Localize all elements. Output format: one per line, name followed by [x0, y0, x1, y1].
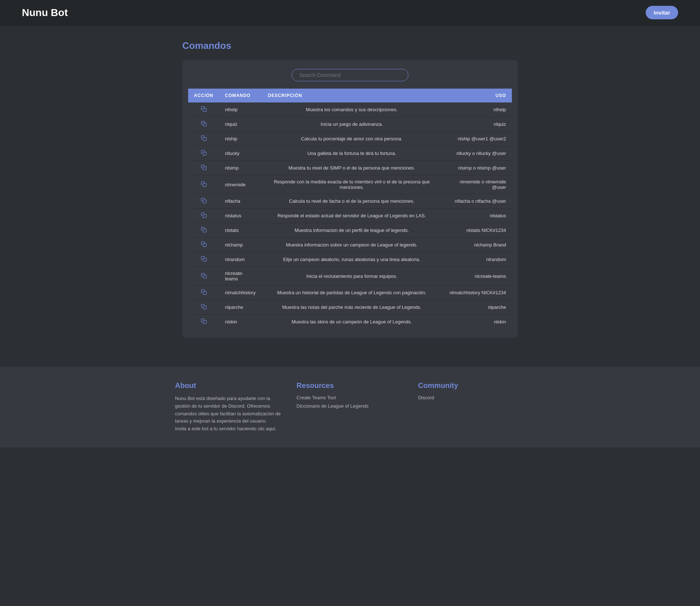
command-cell: nlstatus	[219, 209, 262, 223]
uso-cell: nlhelp	[442, 102, 512, 117]
copy-icon[interactable]	[201, 150, 207, 156]
main-content: Comandos ACCIÓN COMANDO DESCRIPCIÓN USO …	[175, 26, 525, 352]
action-cell	[188, 315, 219, 329]
description-cell: Calcula tu nivel de facha o el de la per…	[262, 194, 442, 209]
copy-icon[interactable]	[201, 181, 207, 187]
action-cell	[188, 267, 219, 285]
copy-icon[interactable]	[201, 273, 207, 279]
description-cell: Inicia un juego de adivinanza.	[262, 117, 442, 132]
uso-cell: nlstats NICK#1234	[442, 223, 512, 238]
uso-cell: nlparche	[442, 300, 512, 315]
col-accion: ACCIÓN	[188, 89, 219, 102]
description-cell: Muestra los comandos y sus descripciones…	[262, 102, 442, 117]
description-cell: Una galleta de la fortuna te dirá tu for…	[262, 146, 442, 161]
table-row: nlshipCalcula tu porcentaje de amor con …	[188, 132, 512, 146]
copy-icon[interactable]	[201, 304, 207, 310]
uso-cell: nlquiz	[442, 117, 512, 132]
action-cell	[188, 161, 219, 175]
copy-icon[interactable]	[201, 289, 207, 295]
search-input[interactable]	[292, 69, 408, 81]
command-cell: nlquiz	[219, 117, 262, 132]
header: Nunu Bot Invitar	[0, 0, 700, 26]
footer-resources: Resources Create Teams ToolDiccionario d…	[296, 381, 403, 433]
uso-cell: nlskin	[442, 315, 512, 329]
table-row: nlfachaCalcula tu nivel de facha o el de…	[188, 194, 512, 209]
action-cell	[188, 102, 219, 117]
svg-rect-0	[203, 108, 206, 112]
footer-resource-link[interactable]: Diccionario de League of Legends	[296, 403, 403, 409]
svg-rect-8	[203, 229, 206, 232]
table-row: nlstatsMuestra informacion de un perfil …	[188, 223, 512, 238]
footer-community: Community Discord	[418, 381, 525, 433]
action-cell	[188, 252, 219, 267]
command-cell: nlskin	[219, 315, 262, 329]
table-row: nlcreate-teamsInicia el reclutamiento pa…	[188, 267, 512, 285]
command-cell: nlparche	[219, 300, 262, 315]
table-row: nlparcheMuestra las notas del parche más…	[188, 300, 512, 315]
command-cell: nlchamp	[219, 238, 262, 252]
svg-rect-12	[203, 291, 206, 295]
action-cell	[188, 238, 219, 252]
copy-icon[interactable]	[201, 106, 207, 112]
footer-about: About Nunu Bot está diseñado para ayudar…	[175, 381, 282, 433]
footer-resources-title: Resources	[296, 381, 403, 390]
command-cell: nlfacha	[219, 194, 262, 209]
command-cell: nlcreate-teams	[219, 267, 262, 285]
copy-icon[interactable]	[201, 212, 207, 218]
description-cell: Responde con la medida exacta de tu miem…	[262, 175, 442, 194]
description-cell: Muestra tu nivel de SIMP o el de la pers…	[262, 161, 442, 175]
action-cell	[188, 194, 219, 209]
footer-resources-links: Create Teams ToolDiccionario de League o…	[296, 395, 403, 409]
svg-rect-10	[203, 258, 206, 261]
table-row: nlstatusResponde el estado actual del se…	[188, 209, 512, 223]
footer-about-text: Nunu Bot está diseñado para ayudarte con…	[175, 395, 282, 433]
search-container	[188, 69, 512, 81]
copy-icon[interactable]	[201, 227, 207, 233]
description-cell: Muestra las notas del parche más recient…	[262, 300, 442, 315]
copy-icon[interactable]	[201, 121, 207, 127]
svg-rect-2	[203, 137, 206, 141]
svg-rect-6	[203, 200, 206, 203]
footer-community-title: Community	[418, 381, 525, 390]
command-cell: nlship	[219, 132, 262, 146]
uso-cell: nlmemide o nlmemide @user	[442, 175, 512, 194]
copy-icon[interactable]	[201, 164, 207, 170]
commands-table: ACCIÓN COMANDO DESCRIPCIÓN USO nlhelpMue…	[188, 89, 512, 329]
col-uso: USO	[442, 89, 512, 102]
copy-icon[interactable]	[201, 256, 207, 262]
uso-cell: nlchamp Brand	[442, 238, 512, 252]
table-row: nlquizInicia un juego de adivinanza.nlqu…	[188, 117, 512, 132]
copy-icon[interactable]	[201, 241, 207, 247]
svg-rect-1	[203, 123, 206, 126]
action-cell	[188, 300, 219, 315]
svg-rect-9	[203, 244, 206, 247]
footer-community-link[interactable]: Discord	[418, 395, 525, 400]
description-cell: Muestra informacion de un perfil de leag…	[262, 223, 442, 238]
uso-cell: nlship @user1 @user2	[442, 132, 512, 146]
copy-icon[interactable]	[201, 135, 207, 141]
description-cell: Elije un campeon aleatorio, runas aleato…	[262, 252, 442, 267]
uso-cell: nllucky o nllucky @user	[442, 146, 512, 161]
table-row: nlluckyUna galleta de la fortuna te dirá…	[188, 146, 512, 161]
table-row: nlmemideResponde con la medida exacta de…	[188, 175, 512, 194]
action-cell	[188, 132, 219, 146]
footer-resource-link[interactable]: Create Teams Tool	[296, 395, 403, 400]
svg-rect-7	[203, 214, 206, 218]
command-cell: nllucky	[219, 146, 262, 161]
action-cell	[188, 285, 219, 300]
command-cell: nlhelp	[219, 102, 262, 117]
command-cell: nlstats	[219, 223, 262, 238]
svg-rect-11	[203, 275, 206, 278]
uso-cell: nlrandom	[442, 252, 512, 267]
svg-rect-14	[203, 321, 206, 324]
copy-icon[interactable]	[201, 198, 207, 203]
uso-cell: nlstatus	[442, 209, 512, 223]
commands-section-title: Comandos	[182, 40, 518, 51]
col-descripcion: DESCRIPCIÓN	[262, 89, 442, 102]
table-row: nlhelpMuestra los comandos y sus descrip…	[188, 102, 512, 117]
invite-button[interactable]: Invitar	[646, 6, 678, 19]
copy-icon[interactable]	[201, 318, 207, 324]
command-cell: nlsimp	[219, 161, 262, 175]
svg-rect-5	[203, 183, 206, 187]
col-comando: COMANDO	[219, 89, 262, 102]
